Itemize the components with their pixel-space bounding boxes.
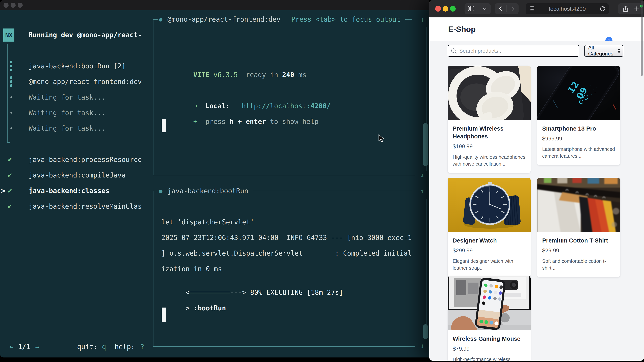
sidebar-toggle-icon[interactable] bbox=[468, 5, 474, 12]
back-icon[interactable] bbox=[498, 6, 504, 12]
product-description: Elegant designer watch with leather stra… bbox=[453, 258, 526, 272]
quit-key: q bbox=[102, 343, 106, 351]
product-name: Wireless Gaming Mouse bbox=[453, 335, 526, 343]
product-name: Premium Cotton T-Shirt bbox=[542, 237, 615, 244]
progress-label: 80% EXECUTING [18m 27s] bbox=[246, 289, 343, 296]
vite-version: v6.3.5 bbox=[214, 71, 238, 79]
product-card[interactable]: Premium Wireless Headphones $199.99 High… bbox=[448, 66, 531, 173]
reload-icon[interactable] bbox=[600, 5, 606, 12]
sidebar-button-group bbox=[464, 3, 491, 14]
shop-main: All Categories bbox=[429, 41, 644, 361]
nx-logo: NX bbox=[3, 28, 14, 41]
close-button[interactable] bbox=[4, 3, 8, 8]
minimize-button[interactable] bbox=[10, 3, 16, 8]
output-panel-bootrun-header[interactable]: ● java-backend:bootRun bbox=[159, 187, 414, 195]
panel-rule bbox=[405, 19, 412, 19]
log-line: ization in 0 ms bbox=[161, 265, 222, 273]
scrollbar-track[interactable] bbox=[426, 199, 427, 338]
close-button[interactable] bbox=[435, 6, 441, 11]
zoom-button[interactable] bbox=[450, 6, 456, 11]
spinner-icon bbox=[10, 84, 12, 87]
product-card[interactable]: 12 09 Smartphone 13 Pro $999.99 bbox=[537, 66, 620, 165]
terminal-cursor bbox=[162, 119, 166, 132]
task-bullet-icon: ● bbox=[159, 187, 162, 195]
browser-window: localhost:4200 E-S bbox=[429, 0, 644, 361]
panel-title: java-backend:bootRun bbox=[167, 187, 248, 195]
product-price: $29.99 bbox=[542, 247, 615, 254]
check-icon: ✔ bbox=[8, 186, 12, 195]
shop-header: E-Shop 1 bbox=[429, 17, 644, 41]
minimize-button[interactable] bbox=[442, 6, 448, 11]
product-description: Latest smartphone with advanced camera f… bbox=[542, 146, 615, 160]
pending-dot-icon bbox=[10, 96, 12, 98]
product-image-watch bbox=[448, 178, 531, 232]
product-price: $79.99 bbox=[453, 346, 526, 352]
share-icon[interactable] bbox=[622, 5, 629, 12]
log-line: 2025-07-23T12:06:43.971-04:00 INFO 64733… bbox=[161, 233, 412, 242]
output-panel-frontend-header[interactable]: ● @mono-app/react-frontend:dev Press <ta… bbox=[159, 15, 414, 24]
scroll-up-icon[interactable]: ↑ bbox=[420, 15, 424, 24]
task-row-resolvemainclass[interactable]: java-backend:resolveMainClas bbox=[29, 202, 142, 211]
scroll-down-icon[interactable]: ↓ bbox=[420, 171, 424, 179]
spinner-icon bbox=[10, 76, 12, 79]
task-row-bootrun[interactable]: java-backend:bootRun [2] bbox=[29, 62, 126, 70]
category-select[interactable]: All Categories bbox=[584, 45, 623, 57]
product-description: High-performance wireless gaming mouse..… bbox=[453, 356, 526, 361]
scrollbar-thumb[interactable] bbox=[423, 123, 428, 166]
prompt-text: :bootRun bbox=[194, 304, 226, 312]
vite-help-line: ➜ press h + enter to show help bbox=[169, 108, 318, 135]
task-row-compilejava[interactable]: java-backend:compileJava bbox=[29, 171, 126, 179]
nav-button-group bbox=[495, 3, 518, 14]
product-description: Soft and comfortable cotton t-shirt... bbox=[542, 258, 615, 272]
chevron-down-icon[interactable] bbox=[482, 7, 487, 10]
product-card[interactable]: Designer Watch $299.99 Elegant designer … bbox=[448, 178, 531, 277]
gradle-task-line: > :bootRun bbox=[161, 295, 226, 321]
address-bar[interactable]: localhost:4200 bbox=[526, 3, 609, 14]
url-text[interactable]: localhost:4200 bbox=[535, 5, 600, 12]
forward-icon[interactable] bbox=[510, 6, 516, 12]
scrollbar-thumb[interactable] bbox=[423, 324, 428, 339]
focus-hint: Press <tab> to focus output bbox=[291, 15, 400, 24]
product-card[interactable]: Wireless Gaming Mouse $79.99 High-perfor… bbox=[448, 276, 531, 361]
scroll-down-icon[interactable]: ↓ bbox=[420, 341, 424, 350]
page-scrollbar-thumb[interactable] bbox=[641, 1, 643, 76]
vite-brand: VITE bbox=[193, 71, 210, 79]
terminal-window: NX Running dev @mono-app/react- java-bac… bbox=[0, 0, 429, 358]
progress-tail: ---> bbox=[230, 289, 246, 296]
search-input[interactable] bbox=[448, 45, 579, 57]
log-line: let 'dispatcherServlet' bbox=[161, 218, 254, 226]
shop-title: E-Shop bbox=[448, 24, 476, 34]
page-icon[interactable] bbox=[529, 6, 535, 11]
pager-prev-arrow[interactable]: ← bbox=[10, 343, 14, 351]
panel-rule bbox=[253, 191, 412, 191]
help-key: ? bbox=[140, 343, 144, 351]
task-row-classes-selected[interactable]: java-backend:classes bbox=[29, 186, 110, 195]
spinner-icon bbox=[10, 80, 12, 83]
spinner-icon bbox=[10, 69, 12, 71]
arrow-icon: ➜ bbox=[193, 118, 198, 125]
product-image-tshirts bbox=[537, 178, 620, 232]
task-row-waiting: Waiting for task... bbox=[29, 93, 106, 102]
product-card[interactable]: Premium Cotton T-Shirt $29.99 Soft and c… bbox=[537, 178, 620, 277]
check-icon: ✔ bbox=[8, 155, 12, 164]
help-post: to show help bbox=[266, 118, 318, 125]
ready-label: ready in bbox=[246, 71, 278, 79]
scroll-up-icon[interactable]: ↑ bbox=[420, 187, 424, 195]
task-row-processresource[interactable]: java-backend:processResource bbox=[29, 155, 142, 164]
pager-next-arrow[interactable]: → bbox=[35, 343, 39, 351]
terminal-titlebar[interactable] bbox=[0, 0, 429, 10]
new-tab-icon[interactable] bbox=[634, 6, 640, 12]
task-row-waiting: Waiting for task... bbox=[29, 124, 106, 133]
ready-unit: ms bbox=[298, 71, 306, 79]
local-url-slash[interactable]: / bbox=[326, 102, 330, 110]
category-value: All Categories bbox=[588, 45, 618, 57]
zoom-button[interactable] bbox=[18, 3, 23, 8]
pending-dot-icon bbox=[10, 127, 12, 129]
task-row-frontend-dev[interactable]: @mono-app/react-frontend:dev bbox=[29, 77, 142, 86]
spinner-icon bbox=[10, 65, 12, 67]
action-button-group bbox=[618, 3, 643, 14]
product-price: $999.99 bbox=[542, 135, 615, 142]
help-label: help: bbox=[115, 343, 135, 351]
task-tree-tick bbox=[7, 142, 10, 143]
product-name: Premium Wireless Headphones bbox=[453, 124, 526, 140]
